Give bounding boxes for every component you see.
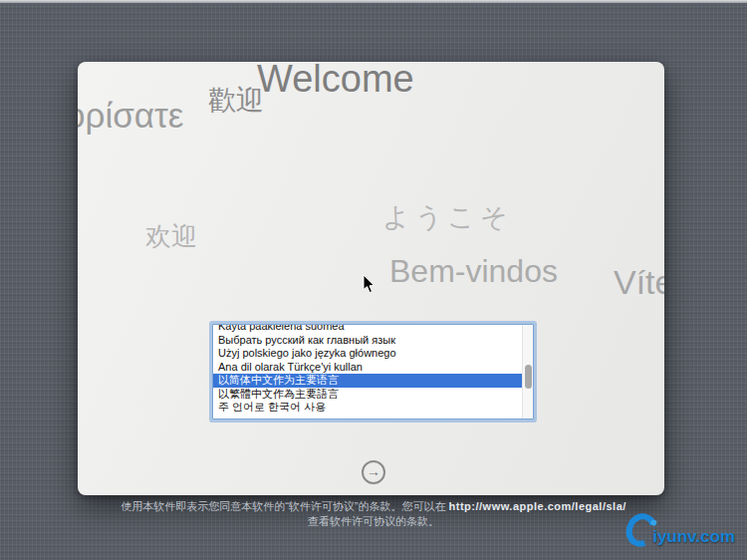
watermark-text: iyunv.com: [652, 527, 735, 547]
language-option[interactable]: Käytä pääkielenä suomea: [213, 325, 522, 334]
language-list: Käytä pääkielenä suomeaВыбрать русский к…: [213, 325, 522, 419]
mouse-cursor-icon: [363, 275, 375, 294]
language-option[interactable]: Ana dil olarak Türkçe'yi kullan: [213, 361, 522, 375]
continue-button[interactable]: →: [362, 460, 385, 484]
greeting-zhs: 欢迎: [145, 219, 197, 254]
license-url: http://www.apple.com/legal/sla/: [449, 500, 626, 512]
language-option[interactable]: Użyj polskiego jako języka głównego: [213, 347, 522, 361]
language-option[interactable]: 以繁體中文作為主要語言: [213, 388, 522, 402]
greeting-pt: Bem-vindos: [389, 253, 558, 290]
iyunv-watermark: iyunv.com: [626, 506, 735, 554]
welcome-title: Welcome: [257, 62, 414, 101]
greeting-zht: 歡迎: [208, 82, 264, 120]
right-arrow-icon: →: [367, 464, 380, 478]
screen-top-edge: [0, 0, 747, 3]
listbox-scrollbar[interactable]: [522, 325, 533, 419]
license-text: 使用本软件即表示您同意本软件的“软件许可协议”的条款。您可以在: [121, 500, 448, 512]
language-option[interactable]: 以简体中文作为主要语言: [213, 374, 522, 388]
language-option[interactable]: 주 언어로 한국어 사용: [213, 401, 522, 415]
greeting-ja: ようこそ: [382, 199, 513, 235]
installer-screen: Welcome ορίσατε歡迎欢迎ようこそBem-vindosVítejte…: [0, 0, 747, 560]
greeting-greek: ορίσατε: [78, 96, 183, 136]
scrollbar-thumb[interactable]: [525, 365, 532, 389]
greeting-cs: Vítejte: [614, 263, 664, 302]
language-option[interactable]: Выбрать русский как главный язык: [213, 334, 522, 348]
language-listbox[interactable]: Käytä pääkielenä suomeaВыбрать русский к…: [212, 324, 534, 420]
